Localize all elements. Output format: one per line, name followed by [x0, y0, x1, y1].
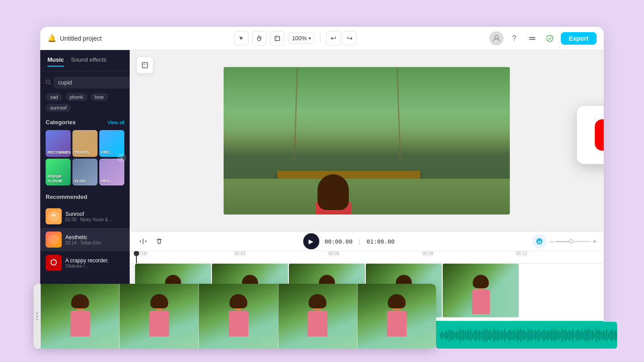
- separator: [320, 34, 321, 43]
- category-vlog[interactable]: VLOG: [72, 159, 97, 185]
- zoom-out-icon[interactable]: –: [550, 238, 554, 245]
- zoom-selector[interactable]: 100% ▾: [288, 33, 315, 44]
- audio-bar: [576, 330, 577, 340]
- project-icon: 🔔: [47, 34, 56, 42]
- category-free[interactable]: FRE...: [99, 130, 124, 157]
- hand-tool-button[interactable]: [252, 31, 267, 46]
- audio-bar: [556, 331, 557, 340]
- video-frame-5: [443, 264, 519, 317]
- handle-dot-1: [36, 312, 38, 314]
- audio-bar: [549, 332, 550, 339]
- handle-dot-2: [36, 316, 38, 317]
- tag-love[interactable]: love: [90, 93, 108, 101]
- tags-row: sad phonk love sunroof: [40, 93, 130, 116]
- audio-bar: [502, 331, 504, 339]
- svg-point-4: [46, 80, 50, 84]
- audio-bar: [456, 331, 457, 340]
- tag-sad[interactable]: sad: [46, 93, 63, 101]
- audio-bar: [441, 331, 443, 339]
- frame-person-5: [470, 277, 492, 313]
- audio-bar: [559, 332, 561, 338]
- music-item-aesthetic[interactable]: Aesthetic 02:14 · Tollan Kim: [40, 228, 130, 251]
- crop-tool-button[interactable]: [270, 31, 284, 46]
- tab-sound-effects[interactable]: Sound effects: [71, 56, 106, 65]
- user-avatar-button[interactable]: [489, 31, 504, 46]
- timeline-controls: ▶ 00:00.00 | 01:00.00 AI: [130, 232, 604, 251]
- split-button[interactable]: [137, 235, 149, 248]
- audio-bar: [454, 332, 455, 338]
- tag-sunroof[interactable]: sunroof: [46, 104, 71, 112]
- zoom-value: 100%: [292, 35, 307, 42]
- time-display: 00:00.00 | 01:00.00: [325, 238, 395, 245]
- audio-bar: [540, 332, 541, 338]
- music-info-aesthetic: Aesthetic 02:14 · Tollan Kim: [65, 234, 124, 245]
- audio-bar: [586, 330, 588, 340]
- search-input[interactable]: [54, 76, 130, 88]
- audio-bar: [520, 328, 521, 342]
- music-meta-aesthetic: 02:14 · Tollan Kim: [65, 240, 124, 245]
- category-travel-label: TRAVEL: [74, 151, 90, 155]
- filmstrip-frame-1[interactable]: [41, 284, 120, 349]
- ruler-marker-3: 00:03: [234, 251, 246, 256]
- zoom-track[interactable]: [555, 241, 591, 242]
- audio-bar: [449, 329, 450, 341]
- audio-bar: [534, 330, 536, 341]
- export-button[interactable]: Export: [561, 32, 597, 45]
- canvas-resize-button[interactable]: [137, 57, 153, 73]
- audio-bar: [527, 328, 529, 342]
- bottom-audio-waveform[interactable]: const bars = []; const heights2 = [12,18…: [436, 322, 617, 349]
- music-item-sunroof[interactable]: Sunroof 01:00 · Nicky Youre & ...: [40, 205, 130, 228]
- filmstrip-frame-3[interactable]: [199, 284, 278, 349]
- tab-music[interactable]: Music: [47, 56, 64, 65]
- audio-bar: [579, 331, 580, 339]
- shield-button[interactable]: [543, 31, 557, 46]
- crappy-thumb-icon: [49, 258, 58, 267]
- redo-button[interactable]: ↪: [342, 31, 356, 46]
- category-travel[interactable]: TRAVEL: [72, 130, 97, 157]
- audio-bar: [440, 333, 441, 338]
- zoom-in-icon[interactable]: +: [593, 238, 597, 245]
- category-vlog-label: VLOG: [74, 179, 86, 184]
- audio-bar: [615, 330, 616, 341]
- select-tool-button[interactable]: [234, 31, 249, 46]
- filmstrip-handle[interactable]: [34, 284, 41, 349]
- header-center: 100% ▾ ↩ ↪: [234, 31, 356, 46]
- settings-button[interactable]: [525, 31, 539, 46]
- music-info-sunroof: Sunroof 01:00 · Nicky Youre & ...: [65, 211, 124, 222]
- category-recommend[interactable]: RECOMMEND: [46, 130, 71, 157]
- user-icon: [492, 34, 500, 42]
- audio-bar: [568, 330, 570, 341]
- audio-bar: [611, 329, 613, 341]
- filmstrip-frame-5[interactable]: [358, 284, 436, 349]
- tag-phonk[interactable]: phonk: [65, 93, 88, 101]
- ai-button[interactable]: AI: [532, 234, 547, 248]
- audio-bar: [533, 332, 534, 339]
- select-icon: [238, 35, 245, 42]
- undo-button[interactable]: ↩: [326, 31, 340, 46]
- filmstrip-frame-4[interactable]: [279, 284, 358, 349]
- play-button[interactable]: ▶: [303, 233, 319, 249]
- category-recommend-label: RECOMMEND: [47, 151, 71, 155]
- filmstrip-frame-2[interactable]: [120, 284, 199, 349]
- category-popup-album[interactable]: POPUPALBUM: [46, 159, 71, 185]
- music-item-crappy[interactable]: A crappy recorder. Otoboke /...: [40, 251, 130, 274]
- audio-bar: [570, 331, 572, 339]
- delete-button[interactable]: [153, 235, 165, 248]
- audio-bar: [517, 329, 518, 341]
- audio-bar: [465, 331, 466, 339]
- audio-bar: [522, 331, 523, 340]
- audio-bar: [472, 332, 473, 338]
- audio-bar: [524, 330, 525, 341]
- audio-bar: [513, 330, 514, 341]
- film-person-1: [68, 296, 92, 337]
- audio-bar: [488, 331, 489, 340]
- film-person-5: [385, 296, 409, 337]
- view-all-link[interactable]: View all: [107, 120, 124, 125]
- help-button[interactable]: ?: [507, 31, 521, 46]
- audio-bar: [500, 330, 502, 341]
- music-thumb-aesthetic: [46, 232, 62, 248]
- audio-bar: [572, 329, 573, 341]
- categories-next-button[interactable]: ›: [117, 153, 126, 162]
- category-head[interactable]: HEA...: [99, 159, 124, 185]
- zoom-thumb[interactable]: [569, 239, 573, 244]
